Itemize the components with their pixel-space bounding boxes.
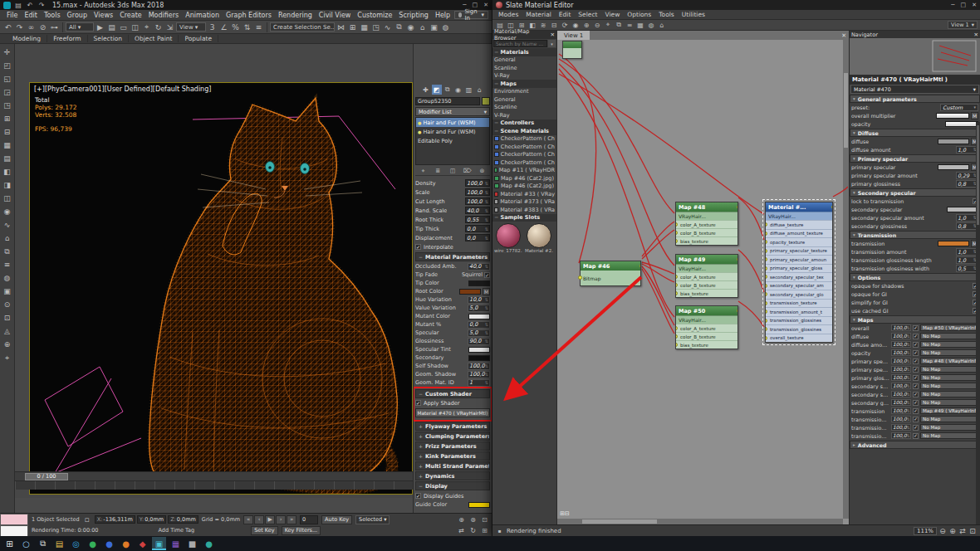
track-bar[interactable]: [15, 480, 413, 490]
object-name-field[interactable]: [415, 97, 480, 105]
remove-modifier-icon[interactable]: ⌦: [463, 166, 472, 175]
percent-snap-icon[interactable]: %: [230, 22, 241, 32]
browser-tree-row[interactable]: General: [492, 95, 556, 104]
coordinate-field[interactable]: Z:0,0mm: [168, 515, 198, 524]
browser-tree-row[interactable]: CheckerPattern ( Ch: [492, 158, 556, 167]
map-amount-spinner[interactable]: 100,0⇅: [891, 366, 911, 373]
input-socket-icon[interactable]: [676, 222, 678, 227]
left-toolbar-icon[interactable]: ⊞: [2, 113, 13, 124]
input-socket-icon[interactable]: [766, 336, 767, 340]
input-socket-icon[interactable]: [676, 343, 678, 347]
map-amount-spinner[interactable]: 100,0⇅: [891, 399, 911, 406]
map-enable-checkbox[interactable]: ✓: [913, 383, 919, 389]
left-toolbar-icon[interactable]: ≡: [2, 259, 13, 271]
viewport-label[interactable]: [+][PhysCamera001][User Defined][Default…: [34, 85, 211, 93]
apply-shader-checkbox[interactable]: Apply Shader: [415, 398, 490, 407]
node-slot[interactable]: transmission_glossines: [766, 316, 832, 325]
map-enable-checkbox[interactable]: ✓: [913, 392, 919, 397]
color-swatch[interactable]: [468, 314, 490, 319]
ribbon-tab[interactable]: Object Paint: [129, 35, 179, 42]
close-icon[interactable]: ✕: [974, 32, 978, 38]
parameter-spinner[interactable]: 100,0⇅: [465, 179, 490, 187]
material-sphere[interactable]: [496, 223, 521, 248]
schematic-view-icon[interactable]: ⧉: [394, 22, 404, 32]
input-socket-icon[interactable]: [766, 327, 767, 331]
left-toolbar-icon[interactable]: ✛: [2, 46, 13, 58]
node-material-470[interactable]: Material #... VRayHair... diffuse_textur…: [765, 202, 833, 343]
time-slider-knob[interactable]: 0 / 100: [25, 473, 68, 480]
browser-tree-row[interactable]: Controllers: [492, 119, 556, 128]
browser-tree-row[interactable]: Scanline: [492, 104, 556, 112]
parameter-spinner[interactable]: 100,0⇅: [468, 371, 490, 378]
browser-tree-row[interactable]: Map #46 (Cat2.jpg): [492, 183, 556, 191]
camera-viewport[interactable]: [+][PhysCamera001][User Defined][Default…: [29, 82, 413, 495]
input-socket-icon[interactable]: [766, 301, 767, 305]
node-slot[interactable]: color_A_texture: [676, 272, 737, 280]
input-socket-icon[interactable]: [676, 239, 678, 243]
parameter-spinner[interactable]: 10,0⇅: [468, 296, 490, 304]
parameter-spinner[interactable]: 1,0⇅: [956, 256, 978, 264]
parameter-spinner[interactable]: 0,8⇅: [956, 222, 978, 230]
map-enable-checkbox[interactable]: ✓: [913, 334, 919, 339]
gradient-bar[interactable]: [945, 121, 978, 127]
rollout-header[interactable]: +Frizz Parameters: [415, 441, 490, 451]
parameter-spinner[interactable]: 100,0⇅: [465, 188, 490, 196]
app-icon-gray[interactable]: ■: [185, 537, 199, 550]
input-socket-icon[interactable]: [766, 232, 767, 236]
display-tab-icon[interactable]: ▥: [464, 85, 474, 95]
node-slot[interactable]: secondary_specular_tex: [766, 272, 832, 281]
browser-tree-row[interactable]: Material #373 ( VRa: [492, 198, 556, 207]
browser-tree-row[interactable]: Sample Slots: [492, 214, 556, 222]
input-socket-icon[interactable]: [766, 222, 767, 227]
parameter-spinner[interactable]: 0,0⇅: [465, 234, 490, 241]
left-toolbar-icon[interactable]: ⊡: [2, 312, 13, 324]
display-guides-checkbox[interactable]: Display Guides: [415, 491, 490, 500]
node-slot[interactable]: secondary_specular_glo: [766, 290, 832, 299]
grid-icon[interactable]: ▦: [635, 20, 645, 30]
modifier-stack-item[interactable]: ●Editable Poly: [416, 136, 489, 145]
node-map49[interactable]: Map #49 VRayHair... color_A_texturecolor…: [675, 254, 738, 298]
hierarchy-tab-icon[interactable]: ⧉: [443, 85, 453, 95]
zoom-in-icon[interactable]: ⊕: [581, 20, 591, 30]
map-amount-spinner[interactable]: 100,0⇅: [891, 341, 911, 348]
parameter-spinner[interactable]: 0,0⇅: [468, 321, 490, 329]
menu-item[interactable]: File: [3, 11, 21, 20]
left-toolbar-icon[interactable]: ◬: [2, 325, 13, 337]
color-swatch[interactable]: [938, 139, 969, 144]
layer-manager-icon[interactable]: ▦: [359, 22, 370, 32]
select-and-move-icon[interactable]: ⌖: [141, 22, 152, 32]
parameter-spinner[interactable]: 100,0⇅: [468, 363, 490, 370]
rollout-header[interactable]: +Clumping Parameters: [415, 432, 490, 441]
select-and-rotate-icon[interactable]: ↻: [153, 22, 164, 32]
browser-tree-row[interactable]: Scene Materials: [492, 127, 556, 135]
parameter-spinner[interactable]: 1,0⇅: [956, 214, 978, 222]
select-and-link-icon[interactable]: ∞: [26, 22, 37, 32]
map-slot-button[interactable]: No Map: [920, 366, 978, 373]
map-enable-checkbox[interactable]: ✓: [913, 375, 919, 381]
modifier-stack-item[interactable]: ●Hair and Fur (WSM): [416, 118, 489, 127]
node-slot[interactable]: opacity_texture: [766, 237, 832, 246]
ribbon-tab[interactable]: Freeform: [47, 35, 87, 42]
modifier-enabled-icon[interactable]: ●: [418, 120, 421, 125]
mirror-icon[interactable]: ⋈: [336, 22, 346, 32]
node-slot[interactable]: primary_specular_gloss: [766, 264, 832, 273]
map-amount-spinner[interactable]: 100,0⇅: [891, 432, 911, 439]
material-sphere[interactable]: [527, 223, 551, 248]
left-toolbar-icon[interactable]: ⧉: [2, 246, 13, 257]
secondary-specular-rollout[interactable]: ▾Secondary specular: [850, 188, 980, 197]
primary-specular-rollout[interactable]: ▾Primary specular: [850, 154, 980, 163]
map-amount-spinner[interactable]: 100,0⇅: [891, 391, 911, 397]
pin-stack-icon[interactable]: ⌖: [419, 166, 428, 175]
menu-item[interactable]: Civil View: [316, 11, 355, 20]
left-toolbar-icon[interactable]: ◱: [2, 73, 13, 85]
menu-item[interactable]: Scripting: [395, 11, 432, 20]
render-production-icon[interactable]: ◍: [440, 22, 451, 32]
guide-color-swatch[interactable]: [468, 502, 490, 508]
render-map-icon[interactable]: ◍: [646, 20, 656, 30]
node-map50[interactable]: Map #50 VRayHair... color_A_texturecolor…: [675, 305, 738, 349]
map-slot-button[interactable]: No Map: [920, 333, 978, 339]
left-toolbar-icon[interactable]: ◲: [2, 86, 13, 98]
panel-scrollbar[interactable]: [976, 122, 980, 524]
node-slot[interactable]: secondary_specular_am: [766, 281, 832, 290]
modify-tab-icon[interactable]: ◩: [432, 85, 442, 95]
